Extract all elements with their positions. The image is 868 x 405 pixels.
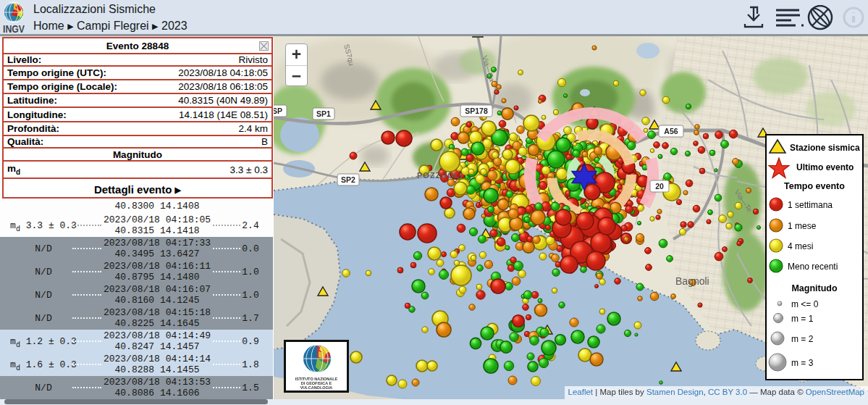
- svg-text:20: 20: [655, 182, 664, 191]
- svg-text:1 settimana: 1 settimana: [788, 200, 833, 210]
- svg-text:SP178: SP178: [465, 107, 488, 115]
- svg-text:m = 3: m = 3: [791, 358, 814, 368]
- svg-text:Ultimo evento: Ultimo evento: [796, 162, 854, 172]
- svg-text:1 mese: 1 mese: [788, 221, 817, 231]
- svg-text:4 mesi: 4 mesi: [788, 241, 813, 251]
- svg-text:A56: A56: [664, 127, 678, 135]
- svg-text:Bagnoli: Bagnoli: [675, 275, 709, 287]
- svg-text:m <= 0: m <= 0: [791, 299, 819, 309]
- svg-text:Tempo evento: Tempo evento: [784, 181, 845, 191]
- svg-text:POZZUOLI: POZZUOLI: [417, 171, 463, 180]
- svg-text:m = 1: m = 1: [791, 314, 814, 324]
- svg-text:Magnitudo: Magnitudo: [791, 283, 838, 293]
- svg-text:SP: SP: [274, 107, 282, 115]
- svg-text:INGV: INGV: [3, 22, 25, 35]
- svg-text:Stazione sismica: Stazione sismica: [790, 143, 860, 153]
- svg-text:SP1: SP1: [316, 109, 331, 118]
- svg-text:m = 2: m = 2: [791, 334, 814, 344]
- svg-text:Meno recenti: Meno recenti: [788, 262, 838, 272]
- svg-text:SP2: SP2: [341, 175, 355, 184]
